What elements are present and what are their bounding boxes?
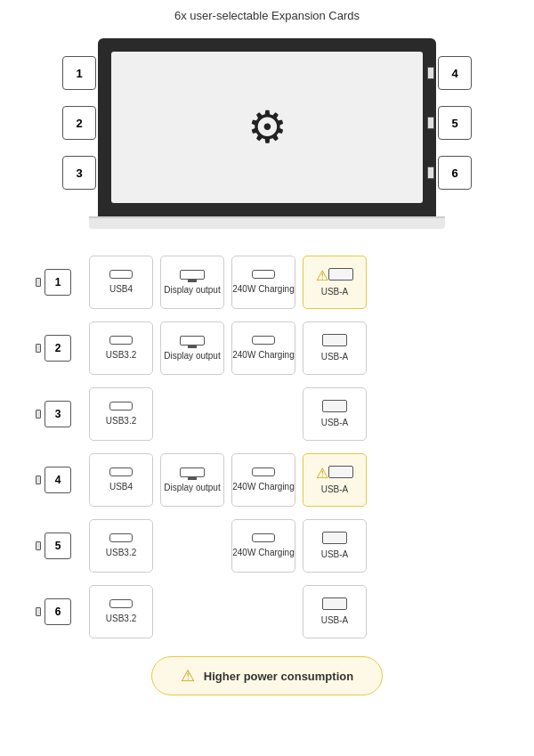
- card-label-r6-c0: USB3.2: [106, 614, 136, 624]
- display-port-icon: [180, 270, 205, 282]
- right-slots: 4 5 6: [427, 56, 472, 190]
- card-spacer-r6-c1: [160, 585, 224, 638]
- warning-footer-text: Higher power consumption: [204, 670, 353, 683]
- slot-6-right: 6: [427, 156, 472, 190]
- slot-number-5: 5: [438, 106, 472, 140]
- card-label-r1-c1: Display output: [164, 285, 220, 296]
- row-number-wrap-2: 2: [36, 335, 82, 362]
- card-spacer-r3-c2: [231, 387, 295, 441]
- expansion-row-3: 3USB3.2USB-A: [36, 387, 498, 441]
- row-num-box-1: 1: [44, 269, 71, 296]
- usb-c-icon: [252, 467, 275, 479]
- expansion-row-4: 4USB4Display output240W Charging⚠USB-A: [36, 453, 498, 507]
- usb-c-icon: [252, 533, 275, 545]
- card-item-r2-c3: USB-A: [303, 321, 367, 375]
- usb-c-icon: [252, 336, 275, 347]
- laptop-diagram: 1 2 3 ⚙ 4 5: [62, 38, 472, 229]
- card-label-r1-c0: USB4: [109, 284, 133, 295]
- card-label-r1-c2: 240W Charging: [232, 284, 294, 295]
- card-label-r2-c0: USB3.2: [106, 350, 136, 361]
- slot-number-2: 2: [62, 106, 96, 140]
- card-item-r1-c1: Display output: [160, 256, 224, 309]
- row-num-box-5: 5: [44, 532, 71, 559]
- usb-c-icon: [109, 599, 133, 611]
- expansion-row-2: 2USB3.2Display output240W ChargingUSB-A: [36, 321, 498, 375]
- slot-connector-4: [427, 67, 434, 79]
- card-label-r3-c3: USB-A: [321, 418, 349, 428]
- slot-number-4: 4: [438, 56, 472, 90]
- usb-a-icon: [322, 532, 347, 547]
- row-connector-6: [36, 607, 41, 616]
- slot-number-3: 3: [62, 156, 96, 190]
- display-port-icon: [180, 467, 205, 480]
- usb-c-icon: [109, 336, 133, 347]
- row-number-wrap-6: 6: [36, 598, 82, 625]
- expansion-row-6: 6USB3.2USB-A: [36, 585, 498, 638]
- row-number-wrap-1: 1: [36, 269, 82, 296]
- card-spacer-r5-c1: [160, 519, 224, 573]
- card-item-r2-c2: 240W Charging: [231, 321, 295, 375]
- row-number-wrap-3: 3: [36, 401, 82, 427]
- laptop-screen-inner: ⚙: [111, 52, 423, 203]
- card-item-r1-c0: USB4: [89, 256, 153, 309]
- usb-a-icon: [322, 400, 347, 415]
- card-label-r6-c3: USB-A: [321, 615, 349, 626]
- card-item-r3-c3: USB-A: [303, 387, 367, 441]
- usb-c-icon: [109, 467, 133, 479]
- card-label-r5-c2: 240W Charging: [232, 548, 294, 558]
- row-connector-5: [36, 541, 41, 550]
- card-label-r2-c1: Display output: [164, 351, 220, 362]
- card-label-r1-c3: USB-A: [321, 287, 349, 297]
- card-item-r1-c2: 240W Charging: [231, 256, 295, 309]
- usb-a-icon: [322, 597, 347, 613]
- warning-footer: ⚠ Higher power consumption: [151, 656, 383, 695]
- slot-connector-6: [427, 167, 434, 179]
- usb-c-icon: [109, 533, 133, 545]
- slot-connector-5: [427, 117, 434, 129]
- usb-a-warning-icon: ⚠: [316, 465, 353, 482]
- display-port-icon: [180, 336, 205, 348]
- usb-c-icon: [109, 270, 133, 281]
- card-item-r3-c0: USB3.2: [89, 387, 153, 441]
- card-label-r5-c0: USB3.2: [106, 548, 136, 558]
- card-item-r4-c0: USB4: [89, 453, 153, 507]
- row-num-box-6: 6: [44, 598, 71, 625]
- card-item-r5-c0: USB3.2: [89, 519, 153, 573]
- page-wrapper: 6x user-selectable Expansion Cards 1 2 3…: [0, 0, 534, 713]
- card-label-r3-c0: USB3.2: [106, 416, 136, 427]
- laptop-base: [89, 216, 445, 229]
- row-num-box-2: 2: [44, 335, 71, 362]
- row-connector-2: [36, 344, 41, 353]
- card-item-r6-c0: USB3.2: [89, 585, 153, 638]
- card-label-r5-c3: USB-A: [321, 549, 349, 560]
- card-item-r1-c3: ⚠USB-A: [303, 256, 367, 309]
- row-connector-3: [36, 410, 41, 419]
- slot-number-6: 6: [438, 156, 472, 190]
- card-label-r4-c2: 240W Charging: [232, 482, 294, 492]
- card-label-r4-c1: Display output: [164, 483, 220, 493]
- warning-footer-icon: ⚠: [181, 666, 195, 686]
- slot-4-right: 4: [427, 56, 472, 90]
- usb-a-warning-icon: ⚠: [316, 267, 353, 284]
- card-label-r2-c2: 240W Charging: [232, 350, 294, 361]
- usb-a-icon: [322, 334, 347, 349]
- usb-c-icon: [109, 402, 133, 413]
- card-label-r4-c0: USB4: [109, 482, 133, 492]
- slot-number-1: 1: [62, 56, 96, 90]
- row-num-box-3: 3: [44, 401, 71, 427]
- expansion-grid: 1USB4Display output240W Charging⚠USB-A2U…: [0, 256, 534, 638]
- row-number-wrap-5: 5: [36, 532, 82, 559]
- card-item-r4-c3: ⚠USB-A: [303, 453, 367, 507]
- card-item-r4-c1: Display output: [160, 453, 224, 507]
- page-title: 6x user-selectable Expansion Cards: [0, 9, 534, 22]
- card-spacer-r6-c2: [231, 585, 295, 638]
- card-label-r2-c3: USB-A: [321, 352, 349, 362]
- card-item-r2-c1: Display output: [160, 321, 224, 375]
- card-label-r4-c3: USB-A: [321, 484, 349, 495]
- laptop-screen: ⚙: [98, 38, 436, 216]
- card-item-r5-c3: USB-A: [303, 519, 367, 573]
- row-number-wrap-4: 4: [36, 467, 82, 493]
- expansion-row-1: 1USB4Display output240W Charging⚠USB-A: [36, 256, 498, 309]
- card-item-r6-c3: USB-A: [303, 585, 367, 638]
- row-num-box-4: 4: [44, 467, 71, 493]
